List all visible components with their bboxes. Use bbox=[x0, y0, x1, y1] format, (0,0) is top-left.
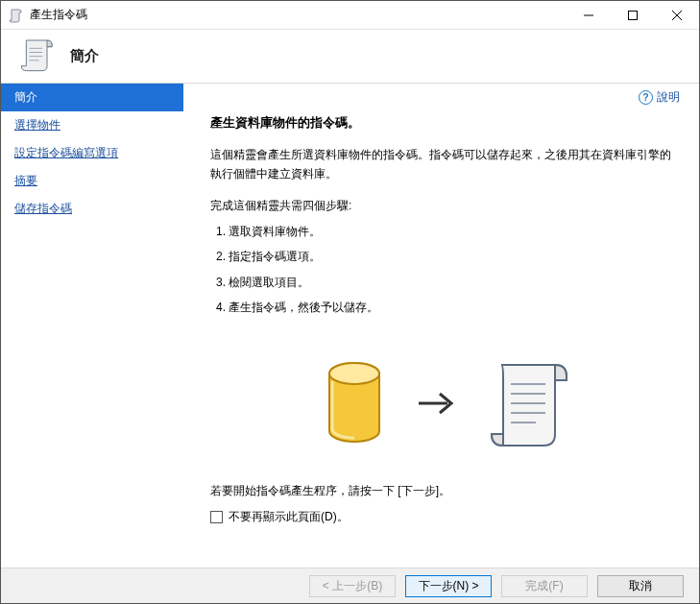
wizard-sidebar: 簡介 選擇物件 設定指令碼編寫選項 摘要 儲存指令碼 bbox=[1, 84, 183, 568]
cancel-button[interactable]: 取消 bbox=[597, 575, 684, 597]
content-heading: 產生資料庫物件的指令碼。 bbox=[210, 114, 682, 132]
step-3: 3. 檢閱選取項目。 bbox=[216, 273, 682, 292]
sidebar-item-choose-objects[interactable]: 選擇物件 bbox=[1, 111, 183, 139]
window-controls bbox=[567, 1, 699, 29]
maximize-button[interactable] bbox=[611, 1, 655, 30]
illustration bbox=[210, 355, 682, 454]
sidebar-item-save-scripts[interactable]: 儲存指令碼 bbox=[1, 195, 183, 223]
dont-show-again-row[interactable]: 不要再顯示此頁面(D)。 bbox=[210, 509, 682, 525]
database-icon bbox=[321, 360, 388, 449]
back-button[interactable]: < 上一步(B) bbox=[309, 575, 396, 597]
step-4: 4. 產生指令碼，然後予以儲存。 bbox=[216, 298, 682, 317]
svg-point-9 bbox=[329, 363, 379, 384]
dont-show-again-label: 不要再顯示此頁面(D)。 bbox=[229, 509, 349, 525]
content-description: 這個精靈會產生所選資料庫物件的指令碼。指令碼可以儲存起來，之後用其在資料庫引擎的… bbox=[210, 145, 682, 184]
step-2: 2. 指定指令碼選項。 bbox=[216, 247, 682, 266]
help-label: 說明 bbox=[657, 89, 680, 106]
steps-intro: 完成這個精靈共需四個步驟: bbox=[210, 198, 682, 214]
finish-button[interactable]: 完成(F) bbox=[501, 575, 588, 597]
window-title: 產生指令碼 bbox=[30, 7, 567, 23]
minimize-button[interactable] bbox=[567, 1, 611, 30]
sidebar-item-intro[interactable]: 簡介 bbox=[1, 84, 183, 111]
wizard-body: 簡介 選擇物件 設定指令碼編寫選項 摘要 儲存指令碼 ? 說明 產生資料庫物件的… bbox=[1, 83, 699, 568]
page-title: 簡介 bbox=[70, 47, 99, 65]
help-icon: ? bbox=[639, 90, 653, 105]
app-icon bbox=[9, 8, 24, 23]
wizard-footer: < 上一步(B) 下一步(N) > 完成(F) 取消 bbox=[1, 568, 699, 603]
help-link[interactable]: ? 說明 bbox=[639, 89, 680, 106]
svg-rect-1 bbox=[629, 12, 638, 20]
sidebar-item-summary[interactable]: 摘要 bbox=[1, 167, 183, 195]
script-icon bbox=[486, 355, 572, 454]
titlebar: 產生指令碼 bbox=[1, 1, 699, 30]
sidebar-item-set-options[interactable]: 設定指令碼編寫選項 bbox=[1, 139, 183, 167]
arrow-icon bbox=[415, 381, 459, 428]
wizard-header: 簡介 bbox=[1, 30, 699, 83]
wizard-content: ? 說明 產生資料庫物件的指令碼。 這個精靈會產生所選資料庫物件的指令碼。指令碼… bbox=[183, 84, 699, 568]
dont-show-again-checkbox[interactable] bbox=[210, 511, 223, 523]
script-icon bbox=[18, 36, 57, 77]
start-instruction: 若要開始指令碼產生程序，請按一下 [下一步]。 bbox=[210, 483, 682, 499]
next-button[interactable]: 下一步(N) > bbox=[405, 575, 492, 597]
step-1: 1. 選取資料庫物件。 bbox=[216, 222, 682, 241]
close-button[interactable] bbox=[655, 1, 699, 30]
